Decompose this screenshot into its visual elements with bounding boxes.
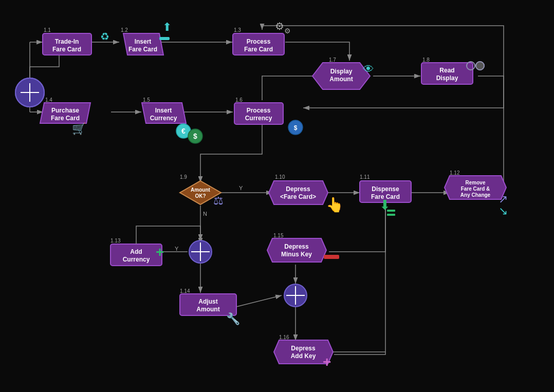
text-1.5-2: Currency [150, 115, 177, 122]
text-1.7-2: Amount [329, 76, 353, 83]
text-1.4-2: Fare Card [51, 115, 80, 122]
text-1.3-1: Process [247, 38, 271, 45]
equals-bottom [387, 214, 395, 216]
text-1.11-1: Dispense [372, 185, 399, 193]
text-1.12-1: Remove [466, 180, 486, 185]
text-1.3-2: Fare Card [244, 46, 273, 53]
minus-key-icon [324, 255, 339, 259]
y-label-1.9: Y [239, 185, 243, 191]
text-1.14-2: Amount [196, 306, 219, 313]
label-1.14: 1.14 [180, 288, 190, 294]
text-1.6-1: Process [247, 107, 271, 114]
arrow-1.16-loop [334, 193, 388, 354]
text-1.13-2: Currency [123, 256, 150, 263]
text-1.5-1: Insert [155, 107, 172, 114]
arrow-1.6-1.9 [200, 123, 262, 182]
text-1.14-1: Adjust [198, 298, 217, 305]
euro-symbol: € [181, 127, 186, 135]
wrench-icon: 🔧 [226, 312, 241, 326]
upload-icon: ⬆ [162, 21, 172, 33]
label-1.13: 1.13 [110, 238, 121, 244]
gear-icon-2: ⚙ [284, 27, 291, 35]
recycle-icon: ♻ [100, 31, 109, 42]
text-1.12-3: Any Change [460, 192, 491, 198]
label-1.11: 1.11 [360, 174, 370, 180]
text-1.1-2: Fare Card [52, 46, 81, 53]
hand-icon: 👆 [326, 196, 344, 213]
text-1.7-1: Display [330, 68, 353, 75]
y-label-junction: Y [175, 246, 179, 252]
text-1.4-1: Purchase [51, 107, 79, 114]
text-1.6-2: Currency [245, 115, 272, 122]
text-1.13-1: Add [130, 248, 142, 255]
text-1.1-1: Trade-In [55, 38, 79, 45]
n-label-1.9: N [203, 211, 207, 217]
label-1.4: 1.4 [45, 97, 52, 103]
gear-icon-1: ⚙ [275, 21, 284, 32]
label-1.8: 1.8 [422, 57, 430, 63]
text-1.15-2: Minus Key [281, 251, 312, 258]
arrow-1.3-1.7 [285, 42, 349, 61]
plus-icon: + [156, 244, 164, 260]
text-1.9-2: OK? [195, 193, 206, 199]
text-1.16-1: Depress [291, 345, 316, 352]
label-1.9: 1.9 [180, 174, 187, 180]
equals-top [387, 210, 395, 212]
label-1.10: 1.10 [275, 174, 285, 180]
arrow-1.14-circle2 [236, 295, 282, 307]
text-1.12-2: Fare Card & [461, 186, 490, 192]
glasses-right-filled [476, 62, 484, 70]
label-1.7: 1.7 [329, 57, 336, 63]
label-1.1: 1.1 [44, 27, 51, 33]
label-1.2: 1.2 [121, 27, 128, 33]
text-1.10-2: <Fare Card> [280, 193, 316, 200]
minus-icon [159, 37, 170, 40]
label-1.12: 1.12 [450, 170, 460, 176]
text-1.10-1: Depress [286, 185, 310, 193]
label-1.6: 1.6 [235, 97, 243, 103]
label-1.16: 1.16 [279, 334, 289, 340]
text-1.16-2: Add Key [291, 352, 316, 360]
balance-icon: ⚖ [213, 194, 224, 207]
label-1.15: 1.15 [273, 233, 284, 238]
process-diagram: 1.1 Trade-In Fare Card ♻ 1.2 Insert Fare… [0, 0, 554, 392]
label-1.3: 1.3 [234, 27, 241, 33]
arrow-1.6-1.7 [262, 76, 323, 100]
text-1.8-2: Display [436, 74, 458, 82]
label-1.5: 1.5 [143, 97, 150, 103]
dollar-symbol: $ [193, 132, 197, 140]
split-icon: ↗ [498, 193, 508, 206]
text-1.2-1: Insert [135, 38, 152, 45]
text-1.2-2: Fare Card [128, 46, 157, 53]
arrow-1.12-loop [262, 26, 504, 182]
text-1.15-1: Depress [284, 243, 309, 250]
arrow-1.13-circle [136, 226, 200, 244]
text-1.8-1: Read [439, 67, 454, 74]
text-1.9-1: Amount [191, 187, 210, 193]
add-key-icon: + [323, 354, 331, 370]
basket-icon: 🛒 [72, 122, 86, 136]
eye-icon: 👁 [363, 63, 374, 76]
dollar-cycle-symbol: $ [294, 124, 298, 132]
split-icon2: ↘ [498, 204, 508, 217]
